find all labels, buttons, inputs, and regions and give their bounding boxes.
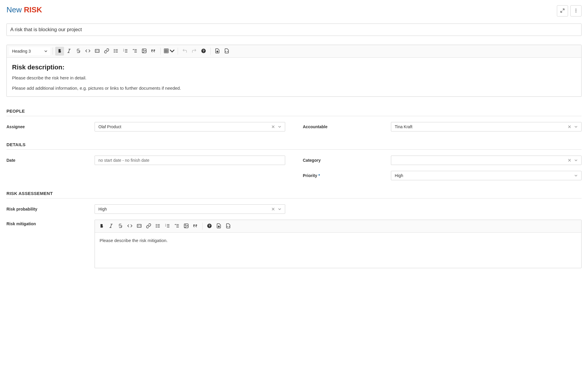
- clear-icon[interactable]: [567, 124, 572, 129]
- preview-button[interactable]: [214, 222, 223, 231]
- undo-button[interactable]: [180, 47, 189, 56]
- help-icon: ?: [207, 223, 212, 229]
- strike-button[interactable]: [116, 222, 125, 231]
- redo-button[interactable]: [190, 47, 199, 56]
- accountable-label: Accountable: [303, 124, 385, 129]
- bullet-list-icon: [155, 223, 161, 229]
- bold-icon: [57, 48, 62, 54]
- codeblock-button[interactable]: [135, 222, 144, 231]
- codeblock-button[interactable]: [93, 47, 102, 56]
- table-button[interactable]: [163, 47, 175, 56]
- risk-probability-select[interactable]: High: [95, 204, 285, 214]
- svg-point-0: [576, 9, 577, 9]
- quote-icon: [193, 223, 198, 229]
- chevron-down-icon: [574, 158, 578, 163]
- more-button[interactable]: [570, 5, 582, 16]
- preview-button[interactable]: [213, 47, 222, 56]
- task-list-icon: [174, 223, 179, 229]
- table-icon: [164, 48, 169, 54]
- preview-icon: [215, 48, 220, 54]
- code-button[interactable]: [125, 222, 134, 231]
- source-icon: [224, 48, 229, 54]
- image-button[interactable]: [182, 222, 191, 231]
- more-vertical-icon: [574, 8, 578, 14]
- link-button[interactable]: [144, 222, 153, 231]
- desc-heading: Risk description:: [12, 64, 576, 71]
- svg-point-13: [114, 52, 115, 52]
- svg-point-49: [156, 224, 157, 225]
- svg-point-51: [156, 227, 157, 227]
- svg-point-61: [185, 225, 186, 225]
- code-button[interactable]: [83, 47, 92, 56]
- mitigation-content-area[interactable]: Please describe the risk mitigation.: [95, 233, 581, 268]
- svg-point-1: [576, 10, 577, 11]
- accountable-select[interactable]: Tina Kraft: [391, 122, 582, 131]
- editor-content-area[interactable]: Risk description: Please describe the ri…: [7, 58, 581, 96]
- svg-point-2: [576, 11, 577, 12]
- toolbar-separator: [53, 48, 53, 55]
- required-marker: *: [318, 173, 320, 178]
- chevron-down-icon: [574, 124, 578, 129]
- svg-text:?: ?: [203, 49, 204, 52]
- bold-button[interactable]: [55, 47, 64, 56]
- editor-toolbar: Heading 3 12 ?: [7, 45, 581, 58]
- svg-text:2: 2: [123, 50, 124, 51]
- bold-button[interactable]: [97, 222, 106, 231]
- assignee-select[interactable]: Olaf Product: [95, 122, 285, 131]
- date-input[interactable]: [95, 156, 285, 165]
- code-icon: [85, 48, 90, 54]
- section-divider: [6, 149, 582, 150]
- strike-button[interactable]: [74, 47, 83, 56]
- category-select[interactable]: [391, 156, 582, 165]
- italic-button[interactable]: [107, 222, 115, 231]
- svg-point-50: [156, 226, 157, 226]
- italic-icon: [108, 223, 114, 229]
- quote-button[interactable]: [149, 47, 158, 56]
- quote-icon: [151, 48, 156, 54]
- task-list-button[interactable]: [130, 47, 139, 56]
- source-button[interactable]: [224, 222, 233, 231]
- quote-button[interactable]: [191, 222, 200, 231]
- clear-icon[interactable]: [271, 124, 275, 129]
- desc-line2: Please add additional information, e.g. …: [12, 86, 576, 91]
- expand-button[interactable]: [557, 5, 568, 16]
- svg-point-65: [219, 226, 219, 227]
- mitigation-toolbar: 12 ?: [95, 220, 581, 233]
- clear-icon[interactable]: [567, 158, 572, 163]
- section-divider: [6, 198, 582, 198]
- title-input[interactable]: [6, 24, 582, 36]
- ordered-list-icon: 12: [165, 223, 170, 229]
- ordered-list-button[interactable]: 12: [121, 47, 130, 56]
- strikethrough-icon: [118, 223, 123, 229]
- image-icon: [142, 48, 147, 54]
- task-list-icon: [132, 48, 137, 54]
- ordered-list-button[interactable]: 12: [163, 222, 172, 231]
- italic-button[interactable]: [65, 47, 73, 56]
- toolbar-separator: [202, 223, 203, 230]
- heading-select[interactable]: Heading 3: [9, 47, 50, 55]
- task-list-button[interactable]: [172, 222, 181, 231]
- svg-point-32: [217, 51, 218, 52]
- toolbar-separator: [160, 48, 161, 55]
- image-button[interactable]: [140, 47, 149, 56]
- svg-point-11: [114, 49, 115, 50]
- expand-icon: [560, 8, 565, 14]
- priority-select[interactable]: High: [391, 171, 582, 180]
- link-icon: [146, 223, 151, 229]
- help-button[interactable]: ?: [205, 222, 214, 231]
- code-block-icon: [95, 48, 100, 54]
- bullet-list-icon: [113, 48, 119, 54]
- bullet-list-button[interactable]: [112, 47, 120, 56]
- image-icon: [184, 223, 189, 229]
- help-button[interactable]: ?: [199, 47, 208, 56]
- strikethrough-icon: [76, 48, 81, 54]
- chevron-down-icon: [277, 124, 282, 129]
- link-icon: [104, 48, 109, 54]
- link-button[interactable]: [102, 47, 111, 56]
- clear-icon[interactable]: [271, 207, 275, 211]
- bullet-list-button[interactable]: [154, 222, 162, 231]
- bold-icon: [99, 223, 104, 229]
- source-button[interactable]: [222, 47, 231, 56]
- svg-line-43: [110, 224, 112, 228]
- code-block-icon: [137, 223, 142, 229]
